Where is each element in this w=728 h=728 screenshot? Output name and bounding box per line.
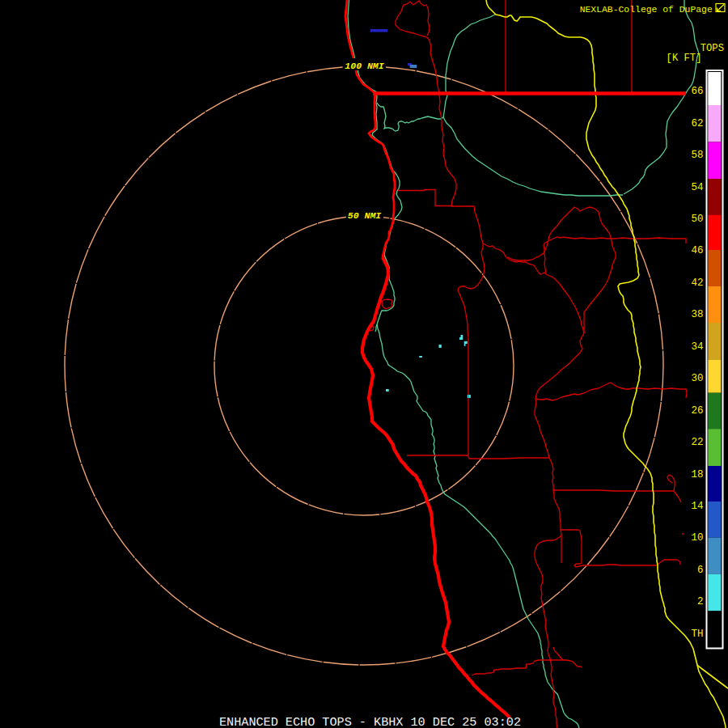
svg-text:34: 34 xyxy=(691,341,703,353)
svg-text:TH: TH xyxy=(691,629,703,640)
svg-text:22: 22 xyxy=(691,437,703,448)
svg-text:14: 14 xyxy=(691,501,703,512)
svg-text:[K FT]: [K FT] xyxy=(667,53,702,64)
svg-text:6: 6 xyxy=(697,565,704,576)
svg-text:ENHANCED ECHO TOPS - KBHX 10 D: ENHANCED ECHO TOPS - KBHX 10 DEC 25 03:0… xyxy=(219,715,521,728)
svg-text:58: 58 xyxy=(691,150,703,161)
svg-text:50: 50 xyxy=(691,214,703,225)
svg-text:54: 54 xyxy=(691,182,703,193)
svg-text:10: 10 xyxy=(691,532,703,544)
svg-text:50 NMI: 50 NMI xyxy=(348,210,382,221)
svg-text:46: 46 xyxy=(691,245,703,256)
svg-text:42: 42 xyxy=(691,277,703,289)
svg-text:38: 38 xyxy=(691,309,703,320)
svg-text:62: 62 xyxy=(691,118,703,129)
svg-text:26: 26 xyxy=(691,405,703,417)
svg-text:18: 18 xyxy=(691,469,703,480)
svg-text:30: 30 xyxy=(691,373,703,384)
svg-text:TOPS: TOPS xyxy=(700,43,724,54)
svg-text:NEXLAB-College of DuPage: NEXLAB-College of DuPage xyxy=(580,5,713,15)
svg-text:100 NMI: 100 NMI xyxy=(345,61,383,71)
svg-text:66: 66 xyxy=(691,86,703,97)
svg-text:2: 2 xyxy=(697,596,704,607)
